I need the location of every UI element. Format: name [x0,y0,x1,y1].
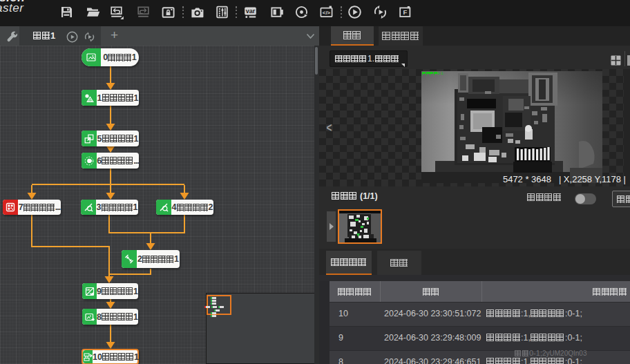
svg-text:F: F [403,8,407,16]
svg-text:NG: NG [89,292,93,295]
svg-text:var: var [246,8,256,15]
svg-text:OK: OK [86,288,90,291]
svg-text:</>: </> [323,10,331,16]
